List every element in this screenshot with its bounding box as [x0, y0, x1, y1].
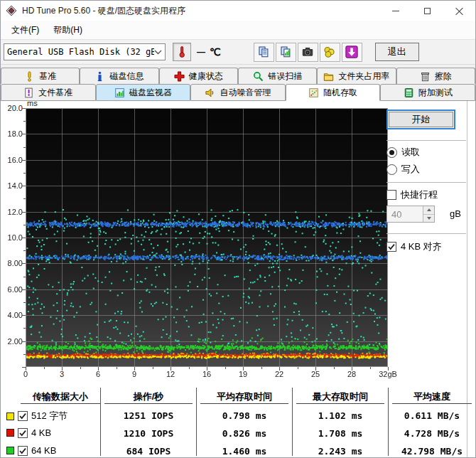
start-button[interactable]: 开始 — [386, 110, 455, 129]
y-axis-tick — [22, 134, 26, 134]
copy-image-button[interactable] — [276, 43, 296, 62]
table-column-divider — [388, 388, 389, 456]
table-value-speed: 4.728 MB/s — [392, 428, 472, 439]
folder-icon — [323, 71, 334, 82]
x-axis-tick — [98, 367, 99, 371]
align-row[interactable]: 4 KB 对齐 — [386, 240, 442, 253]
chevron-down-icon — [154, 49, 162, 55]
download-icon — [345, 46, 358, 58]
x-axis-tick — [80, 367, 81, 369]
table-row: 512 字节 — [6, 410, 67, 422]
y-axis-tick — [22, 289, 26, 290]
write-radio-label: 写入 — [401, 163, 420, 176]
close-button[interactable] — [443, 1, 475, 21]
table-header-3: 最大存取时间 — [296, 390, 384, 404]
tab-disk-monitor[interactable]: 磁盘监视器 — [96, 84, 191, 101]
series-visible-checkbox[interactable] — [18, 446, 28, 456]
table-column-divider — [196, 388, 197, 456]
content-right-divider — [467, 101, 467, 458]
temperature-button[interactable] — [173, 43, 191, 61]
tab-label: 文件基准 — [38, 87, 72, 99]
table-value-speed: 0.611 MB/s — [392, 410, 472, 421]
update-button[interactable] — [342, 43, 362, 62]
panel-separator — [386, 140, 466, 141]
exit-button[interactable]: 退出 — [375, 43, 419, 61]
tab-label: 自动噪音管理 — [220, 87, 271, 99]
benchmark-icon — [24, 71, 35, 82]
y-axis-tick — [22, 341, 26, 342]
table-value-max: 2.243 ms — [296, 446, 384, 457]
align-checkbox[interactable] — [386, 242, 396, 252]
x-axis-tick-label: 0 — [10, 370, 41, 378]
tab-label: 健康状态 — [189, 70, 223, 82]
copy-text-button[interactable] — [254, 43, 274, 62]
y-axis-tick — [22, 263, 26, 264]
stepper-down-button[interactable] — [423, 214, 434, 223]
speaker-icon — [205, 87, 215, 98]
check-icon — [387, 243, 396, 251]
y-axis-tick — [23, 121, 26, 122]
y-axis-tick — [22, 238, 26, 238]
table-header-2: 平均存取时间 — [200, 390, 288, 404]
table-header-4: 平均速度 — [392, 390, 472, 404]
series-visible-checkbox[interactable] — [18, 428, 28, 438]
short-stroke-size-value: 40 — [387, 206, 423, 222]
x-axis-tick-label: 19 — [227, 370, 259, 378]
tab-extra-tests[interactable]: 附加测试 — [380, 84, 475, 101]
title-bar: HD Tune Pro 5.60 - 硬盘/固态硬盘实用程序 — [1, 1, 475, 21]
tab-health[interactable]: 健康状态 — [159, 68, 238, 84]
maximize-button[interactable] — [411, 1, 443, 21]
y-axis-tick — [23, 302, 26, 303]
write-radio-row[interactable]: 写入 — [386, 163, 420, 176]
table-value-ops: 684 IOPS — [104, 446, 193, 457]
extra-tests-icon — [404, 87, 414, 98]
x-axis-tick — [352, 367, 352, 371]
menu-help[interactable]: 帮助(H) — [47, 21, 89, 39]
x-axis-tick — [388, 367, 389, 371]
table-value-ops: 1210 IOPS — [104, 428, 193, 439]
series-visible-checkbox[interactable] — [18, 411, 28, 421]
table-header-0: 传输数据大小 — [21, 390, 100, 404]
minimize-button[interactable] — [379, 1, 411, 21]
tab-aam[interactable]: 自动噪音管理 — [190, 84, 286, 101]
table-header-1: 操作/秒 — [104, 390, 193, 404]
check-icon — [18, 447, 27, 455]
stepper-up-button[interactable] — [423, 206, 434, 214]
y-axis-tick-label: 18.0 — [1, 129, 23, 138]
tab-disk-info[interactable]: 磁盘信息 — [80, 68, 158, 84]
toolbar-button-group — [254, 43, 362, 62]
y-axis-tick-label: 2.00 — [1, 337, 23, 346]
tab-folder-usage[interactable]: 文件夹占用率 — [317, 68, 396, 84]
minimize-icon — [392, 11, 399, 11]
write-radio[interactable] — [386, 164, 397, 175]
short-stroke-row[interactable]: 快捷行程 — [386, 188, 438, 201]
menu-file[interactable]: 文件(F) — [5, 21, 45, 39]
x-axis-tick — [315, 367, 316, 371]
tab-erase[interactable]: 擦除 — [396, 68, 475, 84]
tab-benchmark[interactable]: 基准 — [1, 68, 80, 84]
device-select[interactable]: General USB Flash Disk (32 gB) — [4, 43, 166, 60]
random-access-plot — [26, 108, 388, 367]
y-axis-tick — [23, 328, 26, 329]
x-axis-tick-label: 12 — [155, 370, 186, 378]
read-radio[interactable] — [386, 147, 397, 158]
y-axis-tick — [23, 147, 26, 148]
tab-error-scan[interactable]: 错误扫描 — [238, 68, 317, 84]
read-radio-row[interactable]: 读取 — [386, 146, 420, 159]
disk-info-icon — [94, 71, 105, 82]
x-axis-tick-label: 16 — [191, 370, 222, 378]
screenshot-button[interactable] — [298, 43, 318, 62]
menu-bar: 文件(F) 帮助(H) — [1, 21, 475, 39]
x-axis-tick — [189, 367, 190, 369]
tab-random-access[interactable]: 随机存取 — [286, 84, 381, 101]
table-column-divider — [100, 388, 101, 456]
x-axis-tick-label: 22 — [264, 370, 295, 378]
check-icon — [18, 412, 27, 420]
donate-button[interactable] — [320, 43, 340, 62]
short-stroke-size-stepper[interactable]: 40 — [386, 206, 435, 223]
y-axis-tick-label: 12.0 — [1, 208, 23, 216]
short-stroke-checkbox[interactable] — [386, 190, 396, 200]
table-column-divider — [292, 388, 293, 456]
tab-file-benchmark[interactable]: 文件基准 — [1, 84, 96, 101]
scatter-icon — [308, 87, 319, 98]
